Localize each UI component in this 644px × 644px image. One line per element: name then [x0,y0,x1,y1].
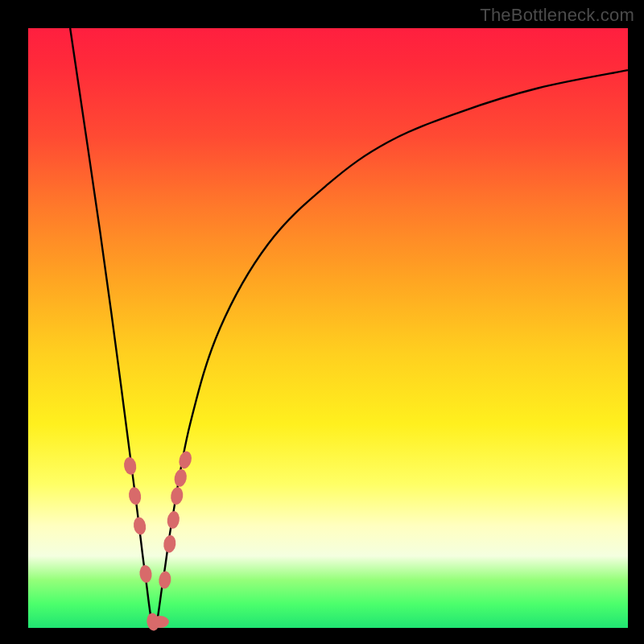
bottleneck-curve [70,28,628,628]
marker-bead [170,486,184,506]
marker-bead [173,468,188,488]
marker-bead [138,564,153,584]
marker-bead [158,571,171,590]
bottleneck-curve-svg [28,28,628,628]
marker-bead [123,456,138,476]
marker-bead [151,616,169,628]
marker-bead [163,535,177,554]
marker-bead [177,450,193,470]
chart-frame: TheBottleneck.com [0,0,644,644]
marker-bead [127,486,142,506]
marker-bead [166,510,180,530]
watermark-text: TheBottleneck.com [480,5,634,26]
marker-bead [132,516,147,535]
plot-area [28,28,628,628]
